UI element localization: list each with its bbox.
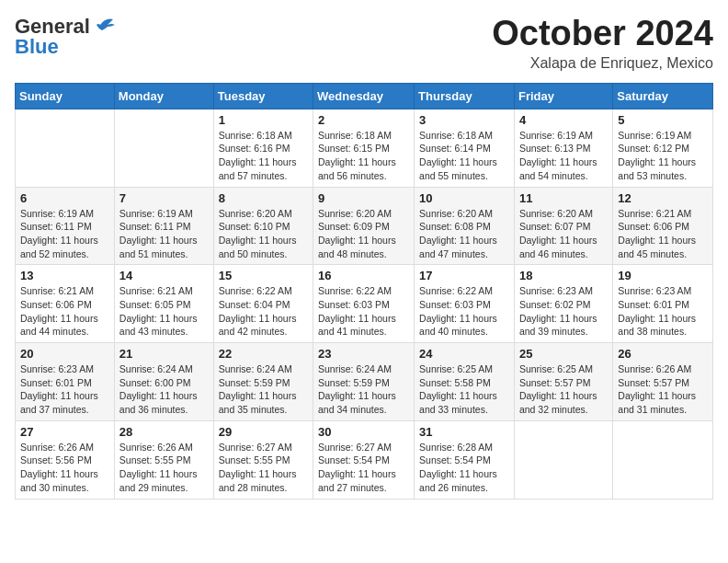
day-info: Sunrise: 6:23 AMSunset: 6:01 PMDaylight:…: [20, 362, 109, 417]
calendar-day-cell: 29Sunrise: 6:27 AMSunset: 5:55 PMDayligh…: [213, 420, 313, 499]
logo-bird-icon: [93, 16, 117, 34]
calendar-day-cell: 24Sunrise: 6:25 AMSunset: 5:58 PMDayligh…: [415, 343, 515, 421]
calendar-day-cell: 6Sunrise: 6:19 AMSunset: 6:11 PMDaylight…: [16, 187, 115, 265]
logo-blue-text: Blue: [15, 35, 59, 59]
day-info: Sunrise: 6:28 AMSunset: 5:54 PMDaylight:…: [419, 441, 509, 495]
day-number: 24: [419, 347, 509, 361]
day-number: 3: [419, 113, 509, 127]
day-info: Sunrise: 6:20 AMSunset: 6:09 PMDaylight:…: [318, 207, 409, 261]
header: General Blue October 2024 Xalapa de Enri…: [15, 15, 713, 72]
calendar-day-cell: [613, 420, 713, 499]
day-info: Sunrise: 6:21 AMSunset: 6:06 PMDaylight:…: [618, 207, 708, 261]
day-number: 11: [519, 191, 608, 205]
day-info: Sunrise: 6:18 AMSunset: 6:14 PMDaylight:…: [419, 129, 509, 183]
day-number: 9: [318, 191, 409, 205]
calendar-day-cell: 23Sunrise: 6:24 AMSunset: 5:59 PMDayligh…: [313, 343, 415, 421]
day-info: Sunrise: 6:27 AMSunset: 5:55 PMDaylight:…: [219, 441, 308, 495]
day-number: 19: [618, 269, 708, 282]
calendar-day-cell: 2Sunrise: 6:18 AMSunset: 6:15 PMDaylight…: [313, 109, 415, 187]
calendar-day-cell: [16, 109, 115, 187]
day-info: Sunrise: 6:26 AMSunset: 5:55 PMDaylight:…: [119, 441, 209, 495]
day-number: 12: [618, 191, 708, 205]
calendar-week-row: 27Sunrise: 6:26 AMSunset: 5:56 PMDayligh…: [16, 420, 713, 499]
day-of-week-header: Tuesday: [213, 83, 313, 109]
calendar-day-cell: 12Sunrise: 6:21 AMSunset: 6:06 PMDayligh…: [613, 187, 713, 265]
calendar-day-cell: [114, 109, 213, 187]
day-info: Sunrise: 6:20 AMSunset: 6:07 PMDaylight:…: [519, 207, 608, 261]
day-info: Sunrise: 6:24 AMSunset: 5:59 PMDaylight:…: [219, 362, 308, 417]
calendar-day-cell: 20Sunrise: 6:23 AMSunset: 6:01 PMDayligh…: [16, 343, 115, 421]
day-info: Sunrise: 6:23 AMSunset: 6:02 PMDaylight:…: [519, 284, 608, 339]
day-info: Sunrise: 6:19 AMSunset: 6:13 PMDaylight:…: [519, 129, 608, 183]
calendar-day-cell: 28Sunrise: 6:26 AMSunset: 5:55 PMDayligh…: [114, 420, 213, 499]
calendar-day-cell: 30Sunrise: 6:27 AMSunset: 5:54 PMDayligh…: [313, 420, 415, 499]
calendar-day-cell: 25Sunrise: 6:25 AMSunset: 5:57 PMDayligh…: [514, 343, 612, 421]
logo: General Blue: [15, 15, 117, 59]
calendar-day-cell: 9Sunrise: 6:20 AMSunset: 6:09 PMDaylight…: [313, 187, 415, 265]
day-of-week-header: Friday: [514, 83, 612, 109]
day-info: Sunrise: 6:24 AMSunset: 6:00 PMDaylight:…: [119, 362, 209, 417]
day-number: 17: [419, 269, 509, 282]
day-number: 25: [519, 347, 608, 361]
day-number: 16: [318, 269, 409, 282]
calendar-day-cell: 22Sunrise: 6:24 AMSunset: 5:59 PMDayligh…: [213, 343, 313, 421]
calendar-day-cell: 21Sunrise: 6:24 AMSunset: 6:00 PMDayligh…: [114, 343, 213, 421]
calendar-day-cell: 19Sunrise: 6:23 AMSunset: 6:01 PMDayligh…: [613, 265, 713, 343]
calendar-week-row: 20Sunrise: 6:23 AMSunset: 6:01 PMDayligh…: [16, 343, 713, 421]
day-info: Sunrise: 6:18 AMSunset: 6:16 PMDaylight:…: [219, 129, 308, 183]
calendar-day-cell: 31Sunrise: 6:28 AMSunset: 5:54 PMDayligh…: [415, 420, 515, 499]
calendar-day-cell: 26Sunrise: 6:26 AMSunset: 5:57 PMDayligh…: [613, 343, 713, 421]
day-number: 15: [219, 269, 308, 282]
calendar-day-cell: 14Sunrise: 6:21 AMSunset: 6:05 PMDayligh…: [114, 265, 213, 343]
day-number: 13: [20, 269, 109, 282]
day-number: 14: [119, 269, 209, 282]
month-title: October 2024: [492, 15, 713, 53]
calendar-day-cell: 27Sunrise: 6:26 AMSunset: 5:56 PMDayligh…: [16, 420, 115, 499]
day-number: 30: [318, 425, 409, 439]
day-number: 8: [219, 191, 308, 205]
day-number: 7: [119, 191, 209, 205]
calendar-day-cell: 15Sunrise: 6:22 AMSunset: 6:04 PMDayligh…: [213, 265, 313, 343]
day-info: Sunrise: 6:21 AMSunset: 6:06 PMDaylight:…: [20, 284, 109, 339]
day-number: 18: [519, 269, 608, 282]
location-title: Xalapa de Enriquez, Mexico: [492, 55, 713, 72]
calendar-day-cell: 4Sunrise: 6:19 AMSunset: 6:13 PMDaylight…: [514, 109, 612, 187]
calendar-day-cell: 13Sunrise: 6:21 AMSunset: 6:06 PMDayligh…: [16, 265, 115, 343]
day-of-week-header: Sunday: [16, 83, 115, 109]
calendar-day-cell: 7Sunrise: 6:19 AMSunset: 6:11 PMDaylight…: [114, 187, 213, 265]
day-info: Sunrise: 6:20 AMSunset: 6:10 PMDaylight:…: [219, 207, 308, 261]
day-info: Sunrise: 6:22 AMSunset: 6:03 PMDaylight:…: [318, 284, 409, 339]
day-number: 5: [618, 113, 708, 127]
calendar-day-cell: [514, 420, 612, 499]
day-number: 10: [419, 191, 509, 205]
calendar-week-row: 6Sunrise: 6:19 AMSunset: 6:11 PMDaylight…: [16, 187, 713, 265]
day-info: Sunrise: 6:27 AMSunset: 5:54 PMDaylight:…: [318, 441, 409, 495]
day-info: Sunrise: 6:25 AMSunset: 5:57 PMDaylight:…: [519, 362, 608, 417]
day-number: 4: [519, 113, 608, 127]
calendar-day-cell: 17Sunrise: 6:22 AMSunset: 6:03 PMDayligh…: [415, 265, 515, 343]
calendar-week-row: 1Sunrise: 6:18 AMSunset: 6:16 PMDaylight…: [16, 109, 713, 187]
day-info: Sunrise: 6:19 AMSunset: 6:11 PMDaylight:…: [119, 207, 209, 261]
day-number: 20: [20, 347, 109, 361]
day-info: Sunrise: 6:23 AMSunset: 6:01 PMDaylight:…: [618, 284, 708, 339]
calendar-day-cell: 18Sunrise: 6:23 AMSunset: 6:02 PMDayligh…: [514, 265, 612, 343]
calendar-table: SundayMondayTuesdayWednesdayThursdayFrid…: [15, 83, 713, 500]
day-number: 6: [20, 191, 109, 205]
day-info: Sunrise: 6:19 AMSunset: 6:12 PMDaylight:…: [618, 129, 708, 183]
calendar-day-cell: 10Sunrise: 6:20 AMSunset: 6:08 PMDayligh…: [415, 187, 515, 265]
calendar-day-cell: 11Sunrise: 6:20 AMSunset: 6:07 PMDayligh…: [514, 187, 612, 265]
calendar-day-cell: 5Sunrise: 6:19 AMSunset: 6:12 PMDaylight…: [613, 109, 713, 187]
day-info: Sunrise: 6:20 AMSunset: 6:08 PMDaylight:…: [419, 207, 509, 261]
day-info: Sunrise: 6:26 AMSunset: 5:57 PMDaylight:…: [618, 362, 708, 417]
day-number: 31: [419, 425, 509, 439]
day-number: 21: [119, 347, 209, 361]
day-info: Sunrise: 6:25 AMSunset: 5:58 PMDaylight:…: [419, 362, 509, 417]
calendar-day-cell: 8Sunrise: 6:20 AMSunset: 6:10 PMDaylight…: [213, 187, 313, 265]
calendar-week-row: 13Sunrise: 6:21 AMSunset: 6:06 PMDayligh…: [16, 265, 713, 343]
day-number: 26: [618, 347, 708, 361]
day-number: 22: [219, 347, 308, 361]
title-block: October 2024 Xalapa de Enriquez, Mexico: [492, 15, 713, 72]
day-of-week-header: Monday: [114, 83, 213, 109]
calendar-day-cell: 3Sunrise: 6:18 AMSunset: 6:14 PMDaylight…: [415, 109, 515, 187]
day-info: Sunrise: 6:21 AMSunset: 6:05 PMDaylight:…: [119, 284, 209, 339]
